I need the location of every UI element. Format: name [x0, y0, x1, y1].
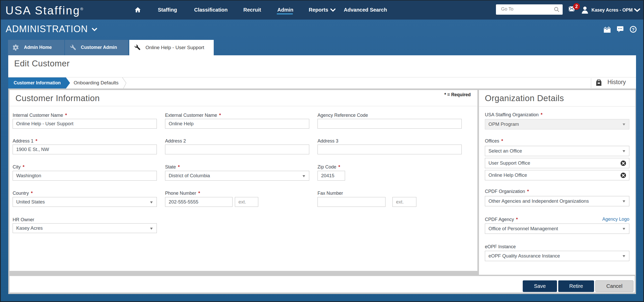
svg-text:?: ? [632, 27, 634, 32]
